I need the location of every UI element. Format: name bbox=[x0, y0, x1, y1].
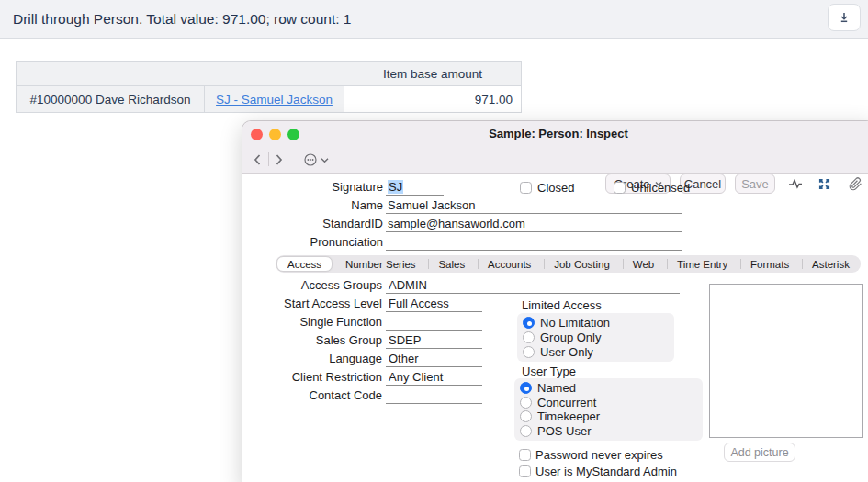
tab-web[interactable]: Web bbox=[623, 255, 664, 273]
password-never-expires-label: Password never expires bbox=[535, 448, 663, 462]
unlicensed-checkbox-label: Unlicensed bbox=[631, 181, 690, 195]
language-field[interactable]: Other bbox=[389, 352, 419, 365]
signature-label: Signature bbox=[242, 180, 383, 194]
radio-pos-user[interactable]: POS User bbox=[520, 424, 697, 438]
activity-button[interactable] bbox=[787, 175, 804, 192]
drill-result-table: Item base amount #10000000 Dave Richards… bbox=[16, 61, 522, 113]
sales-group-underline bbox=[386, 348, 482, 349]
pronunciation-underline bbox=[386, 250, 682, 251]
radio-icon bbox=[523, 317, 535, 329]
contact-code-label: Contact Code bbox=[242, 388, 382, 402]
minimize-window-button[interactable] bbox=[269, 129, 281, 140]
client-restriction-field[interactable]: Any Client bbox=[389, 370, 443, 384]
pronunciation-label: Pronunciation bbox=[242, 235, 383, 249]
radio-icon bbox=[520, 425, 532, 437]
person-inspect-window: Sample: Person: Inspect Create Cancel Sa… bbox=[242, 120, 868, 482]
tab-asterisk[interactable]: Asterisk bbox=[802, 255, 860, 273]
zoom-window-button[interactable] bbox=[287, 129, 299, 140]
radio-no-limitation[interactable]: No Limitation bbox=[523, 316, 669, 330]
radio-icon bbox=[523, 346, 535, 358]
signature-underline bbox=[386, 195, 444, 196]
radio-group-only[interactable]: Group Only bbox=[523, 331, 669, 344]
radio-icon bbox=[523, 331, 535, 343]
radio-label: Concurrent bbox=[537, 396, 596, 409]
more-options-icon bbox=[303, 152, 318, 167]
password-never-expires-checkbox[interactable] bbox=[519, 449, 531, 461]
name-underline bbox=[386, 213, 682, 214]
paperclip-icon bbox=[849, 177, 862, 191]
tab-access[interactable]: Access bbox=[276, 256, 333, 272]
mystandard-admin-label: User is MyStandard Admin bbox=[535, 465, 677, 478]
radio-label: Timekeeper bbox=[537, 409, 600, 423]
access-groups-label: Access Groups bbox=[242, 278, 382, 292]
single-function-underline bbox=[386, 330, 482, 331]
name-field[interactable]: Samuel Jackson bbox=[388, 198, 475, 212]
signature-value: SJ bbox=[388, 180, 403, 194]
picture-box bbox=[709, 284, 863, 438]
save-button[interactable]: Save bbox=[735, 174, 775, 194]
forward-icon bbox=[275, 153, 284, 166]
close-window-button[interactable] bbox=[251, 129, 263, 140]
tab-accounts[interactable]: Accounts bbox=[478, 255, 541, 273]
unlicensed-checkbox[interactable] bbox=[614, 182, 626, 194]
access-groups-field[interactable]: ADMIN bbox=[389, 278, 427, 292]
radio-user-only[interactable]: User Only bbox=[523, 345, 669, 359]
radio-icon bbox=[520, 410, 532, 422]
add-picture-button[interactable]: Add picture bbox=[724, 443, 795, 462]
limited-access-group: No Limitation Group Only User Only bbox=[517, 313, 674, 362]
window-title: Sample: Person: Inspect bbox=[489, 127, 628, 140]
forward-button[interactable] bbox=[270, 151, 288, 169]
table-cell-amount: 971.00 bbox=[344, 86, 522, 113]
client-restriction-underline bbox=[386, 385, 482, 386]
closed-checkbox[interactable] bbox=[520, 182, 532, 194]
tab-sales[interactable]: Sales bbox=[428, 255, 475, 273]
standardid-field[interactable]: sample@hansaworld.com bbox=[388, 217, 525, 230]
tab-job-costing[interactable]: Job Costing bbox=[544, 255, 620, 273]
start-access-level-label: Start Access Level bbox=[242, 297, 382, 310]
radio-label: User Only bbox=[540, 345, 593, 359]
toolbar-divider bbox=[268, 152, 269, 166]
standardid-underline bbox=[386, 231, 682, 232]
table-header-row: Item base amount bbox=[17, 62, 522, 86]
radio-label: No Limitation bbox=[540, 316, 610, 330]
radio-icon bbox=[520, 397, 532, 409]
more-options-button[interactable] bbox=[303, 151, 334, 169]
tab-formats[interactable]: Formats bbox=[740, 255, 799, 273]
signature-field[interactable]: SJ bbox=[388, 180, 403, 194]
user-type-group: Named Concurrent Timekeeper POS User bbox=[514, 378, 703, 441]
name-label: Name bbox=[242, 198, 383, 212]
tab-number-series[interactable]: Number Series bbox=[335, 255, 426, 273]
radio-label: Group Only bbox=[540, 331, 601, 344]
download-button[interactable] bbox=[828, 4, 861, 31]
pulse-icon bbox=[788, 176, 803, 191]
radio-concurrent[interactable]: Concurrent bbox=[520, 396, 697, 409]
table-header-blank bbox=[17, 62, 344, 86]
table-cell-link: SJ - Samuel Jackson bbox=[205, 86, 344, 113]
start-access-level-underline bbox=[386, 311, 482, 312]
tab-time-entry[interactable]: Time Entry bbox=[667, 255, 738, 273]
mystandard-admin-checkbox[interactable] bbox=[519, 465, 531, 477]
limited-access-label: Limited Access bbox=[522, 298, 602, 312]
user-type-label: User Type bbox=[522, 364, 576, 378]
start-access-level-field[interactable]: Full Access bbox=[389, 297, 449, 310]
table-row: #10000000 Dave Richardson SJ - Samuel Ja… bbox=[17, 86, 522, 113]
radio-named[interactable]: Named bbox=[520, 381, 697, 395]
person-link[interactable]: SJ - Samuel Jackson bbox=[216, 93, 333, 106]
radio-timekeeper[interactable]: Timekeeper bbox=[520, 409, 697, 423]
tab-bar: Access Number Series Sales Accounts Job … bbox=[276, 255, 861, 273]
attachments-button[interactable] bbox=[847, 175, 863, 192]
expand-button[interactable] bbox=[816, 175, 832, 192]
drill-through-title: Drill through Person. Total value: 971.0… bbox=[13, 11, 351, 28]
sales-group-field[interactable]: SDEP bbox=[389, 333, 421, 347]
closed-checkbox-label: Closed bbox=[537, 181, 574, 195]
single-function-label: Single Function bbox=[242, 315, 382, 329]
contact-code-underline bbox=[386, 403, 482, 404]
window-titlebar: Sample: Person: Inspect bbox=[242, 121, 868, 145]
table-header-amount: Item base amount bbox=[344, 62, 522, 86]
standardid-label: StandardID bbox=[242, 217, 383, 230]
access-groups-underline bbox=[386, 293, 680, 294]
client-restriction-label: Client Restriction bbox=[242, 370, 382, 384]
window-toolbar: Create Cancel Save bbox=[242, 145, 868, 174]
chevron-down-icon bbox=[321, 157, 329, 163]
back-button[interactable] bbox=[248, 151, 266, 169]
